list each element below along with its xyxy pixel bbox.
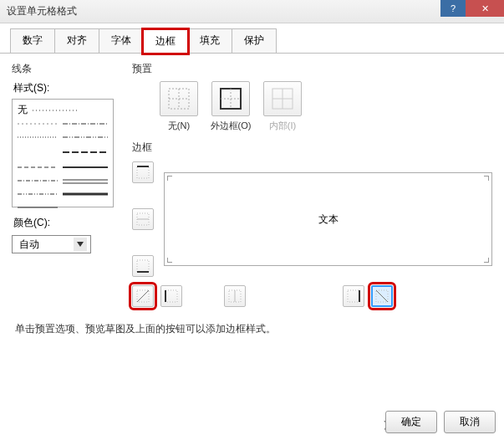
border-left-button[interactable] <box>160 285 182 307</box>
preset-inside-label: 内部(I) <box>261 120 304 132</box>
preset-section-label: 预置 <box>132 62 492 76</box>
line-section-label: 线条 <box>12 62 120 76</box>
color-dropdown-value: 自动 <box>19 238 39 252</box>
svg-rect-28 <box>137 260 149 272</box>
tab-number[interactable]: 数字 <box>10 28 55 53</box>
svg-rect-24 <box>137 166 149 178</box>
cancel-button[interactable]: 取消 <box>444 411 496 433</box>
preset-outline-label: 外边框(O) <box>209 120 252 132</box>
svg-line-31 <box>137 290 149 302</box>
preset-outline-button[interactable] <box>211 81 250 116</box>
border-bottom-button[interactable] <box>132 255 154 277</box>
style-none-option[interactable]: 无 <box>18 103 28 117</box>
title-bar: 设置单元格格式 ? ✕ <box>0 0 504 23</box>
border-top-button[interactable] <box>132 161 154 183</box>
tab-fill[interactable]: 填充 <box>187 28 232 53</box>
preset-none-label: 无(N) <box>157 120 201 132</box>
border-preview[interactable]: 文本 <box>164 172 492 266</box>
tab-border[interactable]: 边框 <box>143 29 188 54</box>
svg-marker-14 <box>77 242 84 247</box>
tab-alignment[interactable]: 对齐 <box>54 28 99 53</box>
chevron-down-icon <box>74 238 87 251</box>
border-section-label: 边框 <box>132 141 492 155</box>
ok-button[interactable]: 确定 <box>385 411 437 433</box>
color-field-label: 颜色(C): <box>13 216 120 230</box>
border-right-button[interactable] <box>343 285 364 307</box>
svg-rect-32 <box>165 290 177 302</box>
color-dropdown[interactable]: 自动 <box>12 235 91 253</box>
style-field-label: 样式(S): <box>13 81 120 95</box>
border-middle-v-button[interactable] <box>224 285 246 307</box>
border-diagonal-down-button[interactable] <box>371 285 393 307</box>
tab-protection[interactable]: 保护 <box>232 28 277 53</box>
hint-text: 单击预置选项、预览草图及上面的按钮可以添加边框样式。 <box>15 322 489 336</box>
preset-inside-button[interactable] <box>263 81 302 116</box>
tab-font[interactable]: 字体 <box>99 28 144 53</box>
tab-bar: 数字 对齐 字体 边框 填充 保护 <box>0 23 504 54</box>
line-style-list[interactable]: 无 <box>12 99 114 207</box>
help-button[interactable]: ? <box>440 0 466 17</box>
border-middle-h-button[interactable] <box>132 208 154 230</box>
close-button[interactable]: ✕ <box>466 0 504 17</box>
preset-none-button[interactable] <box>160 81 198 116</box>
svg-rect-36 <box>348 290 359 302</box>
window-title: 设置单元格格式 <box>7 4 77 18</box>
preview-text: 文本 <box>318 212 339 227</box>
border-diagonal-up-button[interactable] <box>132 285 154 307</box>
svg-line-39 <box>376 290 388 302</box>
